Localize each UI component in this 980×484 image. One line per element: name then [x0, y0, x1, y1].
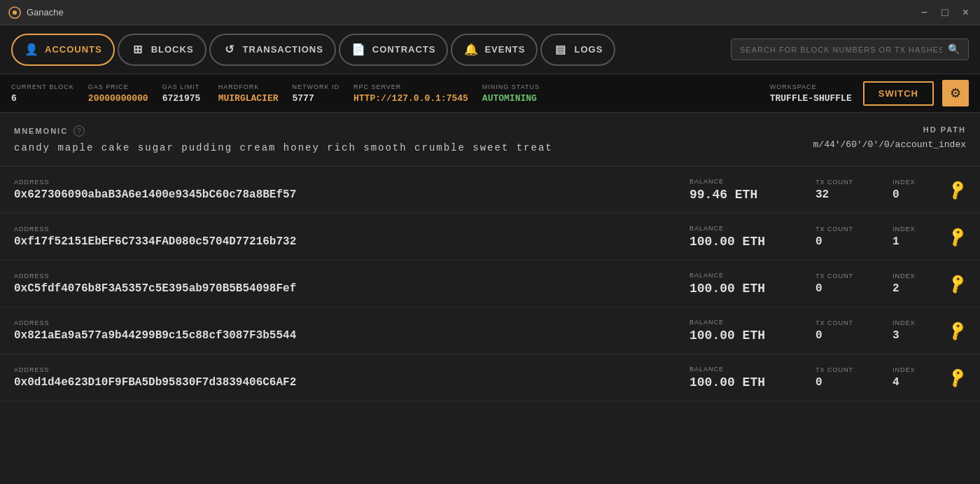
account-balance-section: BALANCE 100.00 ETH	[690, 225, 802, 249]
account-balance: 99.46 ETH	[690, 188, 802, 202]
network-id-item: NETWORK ID 5777	[293, 83, 354, 104]
address-label: ADDRESS	[14, 179, 676, 186]
nav-item-label-accounts: ACCOUNTS	[45, 44, 102, 55]
status-bar: CURRENT BLOCK 6 GAS PRICE 20000000000 GA…	[0, 74, 980, 113]
account-tx-count-section: TX COUNT 0	[816, 366, 878, 389]
account-index: 4	[892, 376, 934, 389]
maximize-button[interactable]: □	[939, 5, 951, 20]
nav-item-contracts[interactable]: 📄 CONTRACTS	[339, 34, 449, 66]
blocks-icon: ⊞	[130, 42, 146, 57]
hardfork-label: HARDFORK	[218, 83, 279, 90]
account-balance: 100.00 ETH	[690, 282, 802, 296]
mnemonic-header: MNEMONIC ?	[14, 125, 553, 137]
gas-limit-value: 6721975	[162, 93, 204, 104]
index-label: INDEX	[892, 226, 934, 233]
settings-button[interactable]: ⚙	[942, 80, 969, 106]
nav-item-transactions[interactable]: ↺ TRANSACTIONS	[209, 34, 336, 66]
key-icon[interactable]: 🔑	[945, 319, 969, 343]
address-label: ADDRESS	[14, 319, 676, 326]
account-tx-count: 0	[816, 282, 878, 295]
account-index: 0	[892, 188, 934, 201]
mnemonic-help-button[interactable]: ?	[74, 125, 85, 137]
gear-icon: ⚙	[950, 85, 961, 101]
index-label: INDEX	[892, 366, 934, 373]
key-icon[interactable]: 🔑	[945, 225, 969, 249]
nav-item-label-events: EVENTS	[484, 44, 525, 55]
search-bar: 🔍	[731, 39, 969, 60]
nav-bar: 👤 ACCOUNTS ⊞ BLOCKS ↺ TRANSACTIONS 📄 CON…	[0, 25, 980, 74]
search-icon: 🔍	[948, 43, 960, 55]
account-index-section: INDEX 1	[892, 226, 934, 248]
key-icon[interactable]: 🔑	[945, 272, 969, 296]
nav-item-label-logs: LOGS	[574, 44, 603, 55]
hd-path-value: m/44'/60'/0'/0/account_index	[813, 139, 966, 150]
title-bar: Ganache − □ ×	[0, 0, 980, 25]
account-tx-count: 0	[816, 329, 878, 342]
account-tx-count-section: TX COUNT 0	[816, 272, 878, 295]
gas-price-label: GAS PRICE	[88, 83, 148, 90]
network-id-value: 5777	[293, 93, 340, 104]
account-balance-section: BALANCE 99.46 ETH	[690, 178, 802, 202]
account-address: 0x0d1d4e623D10F9FBA5Db95830F7d3839406C6A…	[14, 376, 676, 389]
account-index-section: INDEX 2	[892, 272, 934, 295]
mnemonic-section: MNEMONIC ? candy maple cake sugar puddin…	[0, 113, 980, 167]
tx-count-label: TX COUNT	[816, 366, 878, 373]
account-row: ADDRESS 0x627306090abaB3A6e1400e9345bC60…	[0, 167, 980, 214]
nav-item-logs[interactable]: ▤ LOGS	[540, 34, 615, 66]
mining-status-label: MINING STATUS	[482, 83, 540, 90]
account-address-section: ADDRESS 0xf17f52151EbEF6C7334FAD080c5704…	[14, 226, 676, 248]
rpc-server-value: HTTP://127.0.0.1:7545	[354, 93, 468, 104]
index-label: INDEX	[892, 179, 934, 186]
account-index: 3	[892, 329, 934, 342]
account-tx-count: 0	[816, 376, 878, 389]
network-id-label: NETWORK ID	[293, 83, 340, 90]
nav-item-label-transactions: TRANSACTIONS	[243, 44, 323, 55]
key-icon[interactable]: 🔑	[945, 366, 969, 389]
mining-status-value: AUTOMINING	[482, 93, 540, 104]
account-index: 1	[892, 235, 934, 248]
balance-label: BALANCE	[690, 319, 802, 326]
tx-count-label: TX COUNT	[816, 319, 878, 326]
title-bar-controls: − □ ×	[918, 5, 972, 20]
account-balance-section: BALANCE 100.00 ETH	[690, 319, 802, 343]
nav-item-blocks[interactable]: ⊞ BLOCKS	[118, 34, 206, 66]
hardfork-item: HARDFORK MUIRGLACIER	[218, 83, 293, 104]
transactions-icon: ↺	[222, 42, 237, 57]
hd-path-section: HD PATH m/44'/60'/0'/0/account_index	[813, 125, 966, 150]
gas-limit-label: GAS LIMIT	[162, 83, 204, 90]
account-address-section: ADDRESS 0x0d1d4e623D10F9FBA5Db95830F7d38…	[14, 366, 676, 389]
address-label: ADDRESS	[14, 272, 676, 279]
switch-button[interactable]: SWITCH	[863, 81, 934, 106]
nav-item-accounts[interactable]: 👤 ACCOUNTS	[11, 34, 115, 66]
svg-point-1	[13, 11, 17, 15]
nav-item-label-contracts: CONTRACTS	[372, 44, 436, 55]
rpc-server-label: RPC SERVER	[354, 83, 468, 90]
tx-count-label: TX COUNT	[816, 179, 878, 186]
close-button[interactable]: ×	[960, 5, 972, 20]
account-address-section: ADDRESS 0x627306090abaB3A6e1400e9345bC60…	[14, 179, 676, 201]
search-input[interactable]	[740, 46, 942, 54]
account-balance: 100.00 ETH	[690, 235, 802, 249]
nav-items: 👤 ACCOUNTS ⊞ BLOCKS ↺ TRANSACTIONS 📄 CON…	[11, 34, 615, 66]
nav-item-events[interactable]: 🔔 EVENTS	[451, 34, 538, 66]
account-tx-count-section: TX COUNT 32	[816, 179, 878, 201]
account-row: ADDRESS 0xC5fdf4076b8F3A5357c5E395ab970B…	[0, 261, 980, 307]
minimize-button[interactable]: −	[918, 5, 930, 20]
current-block-value: 6	[11, 93, 74, 104]
account-row: ADDRESS 0x821aEa9a577a9b44299B9c15c88cf3…	[0, 307, 980, 354]
workspace-label: WORKSPACE	[770, 83, 817, 90]
gas-price-value: 20000000000	[88, 93, 148, 104]
tx-count-label: TX COUNT	[816, 272, 878, 279]
mnemonic-label: MNEMONIC	[14, 127, 68, 135]
account-tx-count-section: TX COUNT 0	[816, 319, 878, 342]
mnemonic-words: candy maple cake sugar pudding cream hon…	[14, 142, 553, 153]
account-balance: 100.00 ETH	[690, 329, 802, 343]
current-block-item: CURRENT BLOCK 6	[11, 83, 88, 104]
app-icon	[8, 6, 21, 19]
account-index-section: INDEX 0	[892, 179, 934, 201]
logs-icon: ▤	[553, 42, 568, 57]
key-icon[interactable]: 🔑	[945, 178, 969, 202]
account-tx-count-section: TX COUNT 0	[816, 226, 878, 248]
account-index: 2	[892, 282, 934, 295]
tx-count-label: TX COUNT	[816, 226, 878, 233]
